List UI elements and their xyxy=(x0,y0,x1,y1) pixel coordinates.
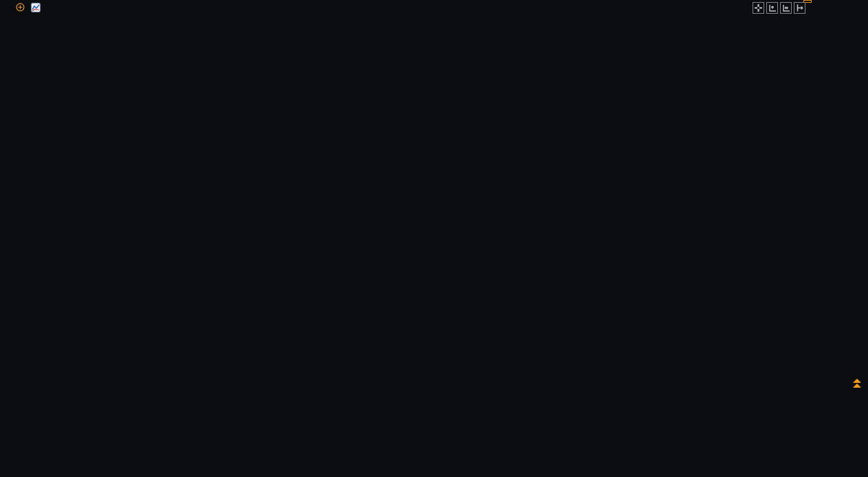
chart-app xyxy=(0,0,868,477)
chart-header xyxy=(0,0,53,14)
axis-zoom-in-button[interactable] xyxy=(766,2,778,14)
chart-type-icon xyxy=(31,3,41,12)
scroll-to-latest-button[interactable] xyxy=(853,379,861,388)
axis-zoom-out-button[interactable] xyxy=(780,2,792,14)
circle-plus-icon[interactable] xyxy=(16,3,25,12)
pan-right-button[interactable] xyxy=(794,2,805,14)
chart-toolbar xyxy=(753,2,805,14)
price-chart-canvas[interactable] xyxy=(0,0,868,477)
up-arrow-icon xyxy=(853,379,861,383)
up-arrow-icon xyxy=(853,384,861,388)
move-tool-button[interactable] xyxy=(753,2,764,14)
